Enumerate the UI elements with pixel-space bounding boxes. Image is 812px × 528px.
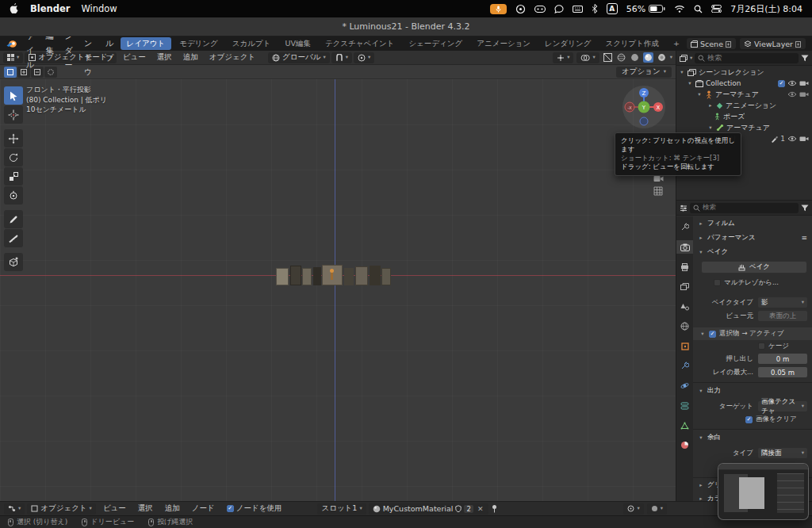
node-menu-select[interactable]: 選択 xyxy=(133,503,158,514)
mic-indicator-icon[interactable] xyxy=(490,4,507,14)
shading-rendered-icon[interactable] xyxy=(657,52,667,63)
shading-material-icon[interactable] xyxy=(643,52,653,63)
workspace-tab-scripting[interactable]: スクリプト作成 xyxy=(599,37,665,50)
selected-to-active-checkbox[interactable] xyxy=(709,331,716,338)
max-ray-field[interactable]: 0.05 m xyxy=(758,367,807,377)
node-menu-node[interactable]: ノード xyxy=(187,503,220,514)
outliner-filter-icon[interactable] xyxy=(801,55,809,62)
viewport-menu-view[interactable]: ビュー xyxy=(118,52,151,63)
spotlight-search-icon[interactable] xyxy=(694,5,703,13)
keyboard-icon[interactable] xyxy=(573,6,583,13)
pin-icon[interactable] xyxy=(491,504,498,513)
workspace-add-tab[interactable]: + xyxy=(667,37,686,50)
workspace-tab-texturepaint[interactable]: テクスチャペイント xyxy=(319,37,401,50)
viewlayer-selector[interactable]: ViewLayer xyxy=(740,38,806,49)
menubar-clock[interactable]: 7月26日(土) 8:04 xyxy=(730,3,802,15)
workspace-tab-uv[interactable]: UV編集 xyxy=(278,37,316,50)
tool-select-box[interactable] xyxy=(4,86,23,105)
cage-row[interactable]: ケージ xyxy=(693,340,812,352)
panel-margin[interactable]: ▾余白 xyxy=(693,429,812,445)
tab-object-icon[interactable] xyxy=(676,339,693,353)
xray-toggle-icon[interactable] xyxy=(603,52,613,63)
node-menu-add[interactable]: 追加 xyxy=(160,503,185,514)
tab-data-icon[interactable] xyxy=(676,419,693,432)
preset-menu-icon[interactable]: ≡ xyxy=(801,234,807,242)
control-center-icon[interactable] xyxy=(711,5,722,13)
shading-wireframe-icon[interactable] xyxy=(616,52,626,63)
tool-add-cube[interactable] xyxy=(4,253,23,271)
tool-scale[interactable] xyxy=(4,167,23,186)
workspace-tab-sculpt[interactable]: スカルプト xyxy=(226,37,278,50)
tab-material-icon[interactable] xyxy=(676,438,693,452)
node-menu-view[interactable]: ビュー xyxy=(98,503,131,514)
tab-tool-icon[interactable] xyxy=(676,220,693,234)
app-menu-window[interactable]: Window xyxy=(81,3,117,14)
tab-output-icon[interactable] xyxy=(676,260,693,274)
properties-search-input[interactable]: 検索 xyxy=(690,203,799,213)
tool-cursor[interactable] xyxy=(4,105,23,124)
panel-output[interactable]: ▾出力 xyxy=(693,382,812,398)
select-mode-intersect-icon[interactable] xyxy=(44,67,57,78)
workspace-tab-shading[interactable]: シェーディング xyxy=(402,37,469,50)
bake-type-dropdown[interactable]: 影▾ xyxy=(758,297,807,308)
tab-world-icon[interactable] xyxy=(676,319,693,333)
properties-filter-icon[interactable] xyxy=(801,205,809,212)
blender-logo-icon[interactable] xyxy=(3,40,21,48)
outliner-row-armature-object[interactable]: ▾ アーマチュア xyxy=(676,89,812,100)
screen-share-pip[interactable] xyxy=(718,463,809,520)
tab-constraints-icon[interactable] xyxy=(676,399,693,412)
material-user-count[interactable]: 2 xyxy=(464,505,473,513)
wifi-icon[interactable] xyxy=(674,5,685,13)
snap-toggle[interactable]: ▾ xyxy=(331,52,352,63)
scene-selector[interactable]: Scene xyxy=(687,38,736,49)
tool-transform[interactable] xyxy=(4,186,23,205)
hide-eye-icon[interactable] xyxy=(787,80,797,86)
select-mode-set-icon[interactable] xyxy=(4,67,17,78)
workspace-tab-animation[interactable]: アニメーション xyxy=(470,37,537,50)
collection-checkbox[interactable] xyxy=(778,80,785,87)
viewport-menu-select[interactable]: 選択 xyxy=(152,52,177,63)
outliner-row-pose[interactable]: ポーズ xyxy=(676,111,812,122)
status-circle-icon[interactable] xyxy=(515,4,526,14)
tab-modifiers-icon[interactable] xyxy=(676,359,693,373)
snap-node-dropdown[interactable]: ▾ xyxy=(623,503,643,515)
panel-bake[interactable]: ▾ベイク xyxy=(693,245,812,259)
tool-move[interactable] xyxy=(4,129,23,147)
unlink-material-icon[interactable]: ✕ xyxy=(476,505,485,513)
properties-editor-type-icon[interactable] xyxy=(680,205,688,212)
outliner-filter-mode-icon[interactable] xyxy=(680,55,688,62)
panel-performance[interactable]: ▸パフォーマンス≡ xyxy=(693,231,812,245)
bluetooth-icon[interactable] xyxy=(592,4,598,13)
from-multires-checkbox[interactable] xyxy=(714,279,721,286)
outliner-search-input[interactable]: 検索 xyxy=(695,53,799,63)
overlay-node-dropdown[interactable]: ▾ xyxy=(647,503,667,515)
workspace-tab-rendering[interactable]: レンダリング xyxy=(538,37,597,50)
battery-indicator[interactable]: 56% xyxy=(626,4,665,14)
overlays-dropdown[interactable]: ▾ xyxy=(576,52,599,63)
bake-button[interactable]: ベイク xyxy=(701,261,807,274)
viewport-canvas[interactable]: フロント・平行投影 (80) Collection | 低ポリ 10センチメート… xyxy=(0,79,676,501)
outliner-row-collection[interactable]: ▾ Collection xyxy=(676,78,812,89)
game-controller-icon[interactable] xyxy=(534,6,546,13)
shading-dropdown[interactable]: ▾ xyxy=(670,55,672,60)
chat-icon[interactable] xyxy=(554,5,564,13)
proportional-edit-toggle[interactable]: ▾ xyxy=(354,52,374,63)
panel-film[interactable]: ▸フィルム xyxy=(693,216,812,231)
from-multires-row[interactable]: マルチレゾから... xyxy=(693,276,812,289)
viewport-menu-object[interactable]: オブジェクト xyxy=(205,52,260,63)
outliner-row-armature-data[interactable]: ▾ アーマチュア xyxy=(676,122,812,133)
options-button[interactable]: オプション▾ xyxy=(616,67,672,78)
disable-render-camera-icon[interactable] xyxy=(799,91,809,98)
use-nodes-checkbox[interactable] xyxy=(227,505,234,512)
disable-render-camera-icon[interactable] xyxy=(799,136,809,142)
transform-orientation[interactable]: グローバル▾ xyxy=(268,52,330,63)
navigation-gizmo[interactable]: Z X -X Y xyxy=(622,85,666,129)
tab-scene-icon[interactable] xyxy=(676,300,693,313)
shader-type-dropdown[interactable]: オブジェクト▾ xyxy=(27,503,96,515)
viewport-menu-add[interactable]: 追加 xyxy=(178,52,203,63)
clear-image-checkbox[interactable] xyxy=(745,416,753,423)
app-menu-blender[interactable]: Blender xyxy=(30,3,70,14)
tab-viewlayer-icon[interactable] xyxy=(676,280,693,293)
tool-annotate[interactable] xyxy=(4,210,23,228)
extrusion-field[interactable]: 0 m xyxy=(758,354,807,364)
